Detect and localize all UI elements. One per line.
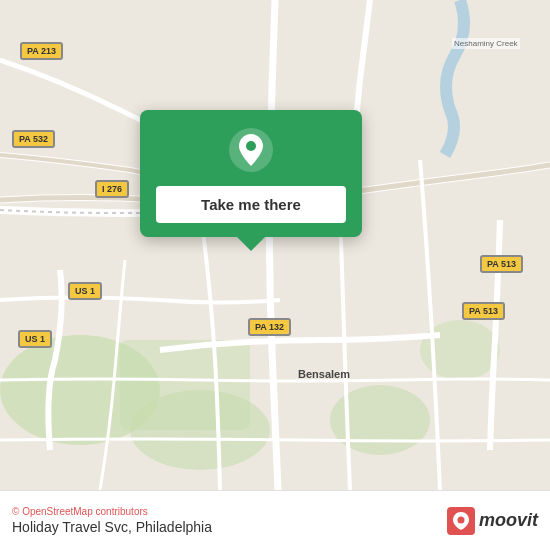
- badge-pa532: PA 532: [12, 130, 55, 148]
- bottom-bar: © OpenStreetMap contributors Holiday Tra…: [0, 490, 550, 550]
- location-pin-icon: [229, 128, 273, 172]
- badge-pa513-top: PA 513: [480, 255, 523, 273]
- bensalem-label: Bensalem: [298, 368, 350, 380]
- moovit-logo: moovit: [447, 507, 538, 535]
- moovit-icon: [447, 507, 475, 535]
- neshaminy-creek-label: Neshaminy Creek: [452, 38, 520, 49]
- badge-pa513-bottom: PA 513: [462, 302, 505, 320]
- svg-rect-5: [120, 340, 250, 430]
- moovit-text: moovit: [479, 510, 538, 531]
- svg-point-7: [246, 141, 256, 151]
- badge-pa213: PA 213: [20, 42, 63, 60]
- popup-card: Take me there: [140, 110, 362, 237]
- badge-pa132: PA 132: [248, 318, 291, 336]
- map-container: PA 213 PA 532 I 276 US 1 US 1 US 1 PA 13…: [0, 0, 550, 490]
- badge-us1-bottom: US 1: [18, 330, 52, 348]
- svg-point-9: [457, 516, 464, 523]
- take-me-there-button[interactable]: Take me there: [156, 186, 346, 223]
- badge-us1-mid: US 1: [68, 282, 102, 300]
- badge-i276: I 276: [95, 180, 129, 198]
